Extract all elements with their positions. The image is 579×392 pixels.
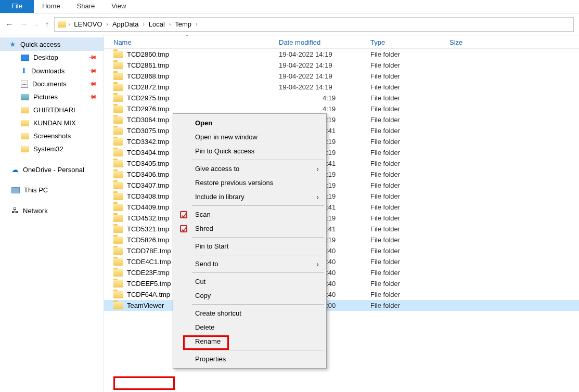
folder-icon	[113, 258, 123, 266]
separator	[192, 237, 324, 238]
ctx-send-to[interactable]: Send to›	[174, 257, 325, 271]
folder-icon	[113, 106, 123, 113]
ctx-label: Shred	[195, 225, 213, 232]
file-type-cell: File folder	[370, 247, 449, 255]
file-type-cell: File folder	[370, 138, 449, 146]
ctx-create-shortcut[interactable]: Create shortcut	[174, 306, 325, 320]
file-row[interactable]: TCD2861.tmp19-04-2022 14:19File folder	[104, 60, 579, 71]
chevron-right-icon[interactable]: ›	[107, 21, 108, 27]
sidebar-pictures[interactable]: Pictures 📌	[0, 90, 104, 103]
column-size[interactable]: Size	[449, 38, 501, 46]
sidebar-network[interactable]: 🖧 Network	[0, 204, 104, 217]
sidebar-label: This PC	[24, 186, 48, 194]
column-name-label: Name	[113, 38, 132, 46]
chevron-right-icon[interactable]: ›	[169, 21, 171, 27]
ctx-rename[interactable]: Rename	[174, 334, 325, 348]
ctx-give-access[interactable]: Give access to›	[174, 162, 325, 176]
file-type-cell: File folder	[370, 192, 449, 200]
sidebar-quick-access[interactable]: ★ Quick access	[0, 37, 104, 51]
file-type-cell: File folder	[370, 258, 449, 266]
ctx-properties[interactable]: Properties	[174, 352, 325, 366]
nav-forward-icon: →	[20, 20, 28, 29]
file-type-cell: File folder	[370, 203, 449, 211]
crumb-appdata[interactable]: AppData	[110, 19, 141, 29]
ctx-cut[interactable]: Cut	[174, 275, 325, 289]
file-name: TCD5826.tmp	[127, 236, 169, 244]
file-date-cell: 19-04-2022 14:19	[279, 61, 370, 69]
column-date[interactable]: Date modified	[279, 38, 370, 46]
nav-back-icon[interactable]: ←	[5, 20, 14, 29]
column-name[interactable]: Name	[113, 38, 279, 46]
sidebar: ★ Quick access Desktop 📌 ⬇ Downloads 📌 D…	[0, 35, 104, 392]
file-type-cell: File folder	[370, 291, 449, 298]
chevron-right-icon: ›	[316, 260, 319, 268]
file-name: TCD2868.tmp	[127, 72, 169, 80]
ribbon-tab-home[interactable]: Home	[34, 0, 69, 13]
file-date-cell: 19-04-2022 14:19	[279, 83, 370, 91]
folder-icon	[113, 116, 123, 124]
nav-up-icon[interactable]: ↑	[45, 20, 49, 29]
sidebar-label: Documents	[32, 80, 67, 88]
ribbon-tab-file[interactable]: File	[0, 0, 34, 13]
sidebar-onedrive[interactable]: ☁ OneDrive - Personal	[0, 163, 104, 176]
sidebar-ghirtdhari[interactable]: GHIRTDHARI	[0, 103, 104, 116]
ctx-shred[interactable]: Shred	[174, 221, 325, 236]
pictures-icon	[21, 94, 29, 100]
folder-icon	[113, 138, 123, 146]
ctx-open[interactable]: Open	[174, 116, 325, 130]
ctx-copy[interactable]: Copy	[174, 289, 325, 303]
separator	[192, 272, 324, 273]
ribbon-tab-view[interactable]: View	[103, 0, 134, 13]
nav-dropdown-icon[interactable]: ⌄	[34, 21, 38, 27]
ctx-open-new-window[interactable]: Open in new window	[174, 130, 325, 144]
file-name-cell: TCD2976.tmp	[113, 105, 279, 113]
navigation-bar: ← → ⌄ ↑ › LENOVO › AppData › Local › Tem…	[0, 14, 579, 35]
quick-access-icon: ★	[9, 40, 16, 48]
folder-icon	[113, 73, 123, 80]
file-name: TCD4409.tmp	[127, 203, 169, 211]
chevron-right-icon[interactable]: ›	[68, 21, 70, 27]
ctx-label: Send to	[195, 260, 218, 268]
file-type-cell: File folder	[370, 61, 449, 69]
ctx-pin-quick-access[interactable]: Pin to Quick access	[174, 144, 325, 158]
file-date-cell: 19-04-2022 14:19	[279, 72, 370, 80]
file-name: TCD4532.tmp	[127, 214, 169, 222]
file-name-cell: TCD2975.tmp	[113, 94, 279, 102]
file-row[interactable]: TCD2868.tmp19-04-2022 14:19File folder	[104, 71, 579, 82]
chevron-right-icon[interactable]: ›	[196, 21, 197, 27]
folder-icon	[21, 146, 29, 152]
sidebar-documents[interactable]: Documents 📌	[0, 77, 104, 90]
ctx-restore-versions[interactable]: Restore previous versions	[174, 176, 325, 190]
crumb-local[interactable]: Local	[147, 19, 167, 29]
folder-icon	[113, 62, 123, 69]
ctx-scan[interactable]: Scan	[174, 207, 325, 221]
ctx-include-library[interactable]: Include in library›	[174, 190, 325, 204]
pin-icon: 📌	[87, 79, 97, 89]
file-type-cell: File folder	[370, 72, 449, 80]
sidebar-screenshots[interactable]: Screenshots	[0, 129, 104, 142]
separator	[192, 350, 324, 350]
crumb-lenovo[interactable]: LENOVO	[72, 19, 104, 29]
ribbon-tab-share[interactable]: Share	[69, 0, 104, 13]
sidebar-downloads[interactable]: ⬇ Downloads 📌	[0, 64, 104, 77]
folder-icon	[113, 280, 123, 288]
chevron-right-icon[interactable]: ›	[143, 21, 144, 27]
chevron-right-icon: ›	[316, 193, 319, 201]
file-row[interactable]: TCD2975.tmp4:19File folder	[104, 93, 579, 103]
breadcrumb[interactable]: › LENOVO › AppData › Local › Temp ›	[54, 17, 574, 32]
file-row[interactable]: TCD2872.tmp19-04-2022 14:19File folder	[104, 82, 579, 93]
folder-icon	[21, 120, 29, 126]
sidebar-system32[interactable]: System32	[0, 142, 104, 155]
ribbon-tabs: File Home Share View	[0, 0, 579, 14]
separator	[192, 304, 324, 305]
sidebar-this-pc[interactable]: This PC	[0, 184, 104, 197]
crumb-temp[interactable]: Temp	[173, 19, 194, 29]
ctx-delete[interactable]: Delete	[174, 320, 325, 334]
column-type[interactable]: Type	[370, 38, 449, 46]
file-row[interactable]: TCD2860.tmp19-04-2022 14:19File folder	[104, 49, 579, 60]
sidebar-desktop[interactable]: Desktop 📌	[0, 51, 104, 64]
file-type-cell: File folder	[370, 181, 449, 189]
file-row[interactable]: TCD2976.tmp4:19File folder	[104, 103, 579, 114]
ctx-pin-start[interactable]: Pin to Start	[174, 239, 325, 253]
sidebar-kundan-mix[interactable]: KUNDAN MIX	[0, 116, 104, 129]
